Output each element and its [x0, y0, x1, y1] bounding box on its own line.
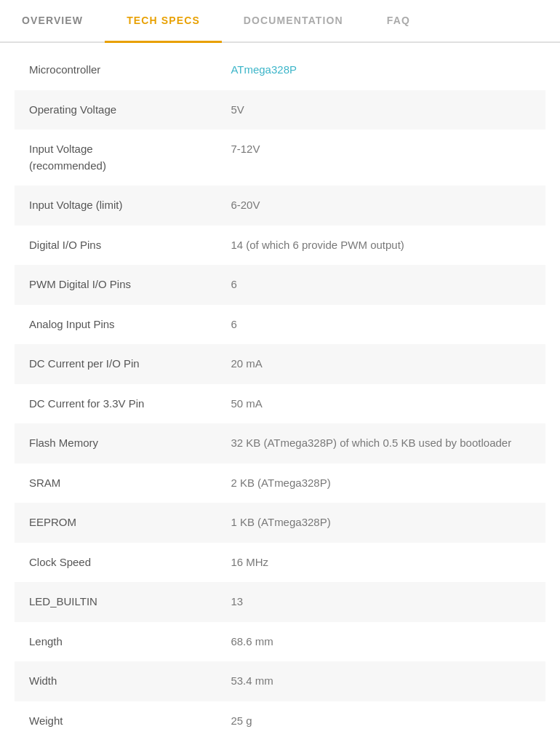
tab-navigation: OVERVIEWTECH SPECSDOCUMENTATIONFAQ — [0, 0, 560, 43]
spec-label: SRAM — [15, 463, 216, 503]
table-row: Flash Memory32 KB (ATmega328P) of which … — [15, 423, 545, 463]
tab-documentation[interactable]: DOCUMENTATION — [222, 0, 365, 43]
spec-label: DC Current per I/O Pin — [15, 344, 216, 384]
spec-value: 7-12V — [216, 130, 545, 186]
specs-container: MicrocontrollerATmega328POperating Volta… — [0, 43, 560, 745]
spec-value: 6 — [216, 305, 545, 345]
spec-label: Flash Memory — [15, 423, 216, 463]
spec-value: 32 KB (ATmega328P) of which 0.5 KB used … — [216, 423, 545, 463]
spec-label: PWM Digital I/O Pins — [15, 265, 216, 305]
spec-value[interactable]: ATmega328P — [216, 50, 545, 90]
tab-faq[interactable]: FAQ — [365, 0, 432, 43]
spec-value: 25 g — [216, 701, 545, 741]
spec-value: 50 mA — [216, 384, 545, 424]
table-row: LED_BUILTIN13 — [15, 582, 545, 622]
spec-label: Length — [15, 622, 216, 662]
specs-table: MicrocontrollerATmega328POperating Volta… — [15, 50, 545, 741]
spec-value: 6-20V — [216, 186, 545, 226]
spec-label: Operating Voltage — [15, 90, 216, 130]
spec-label: Weight — [15, 701, 216, 741]
table-row: Analog Input Pins6 — [15, 305, 545, 345]
table-row: DC Current for 3.3V Pin50 mA — [15, 384, 545, 424]
spec-value: 6 — [216, 265, 545, 305]
spec-label: Microcontroller — [15, 50, 216, 90]
spec-value: 20 mA — [216, 344, 545, 384]
spec-value: 14 (of which 6 provide PWM output) — [216, 226, 545, 266]
spec-label: EEPROM — [15, 503, 216, 543]
spec-value: 53.4 mm — [216, 661, 545, 701]
spec-label: Input Voltage (recommended) — [15, 130, 216, 186]
table-row: Length68.6 mm — [15, 622, 545, 662]
spec-value: 68.6 mm — [216, 622, 545, 662]
spec-label: Analog Input Pins — [15, 305, 216, 345]
spec-label: Width — [15, 661, 216, 701]
table-row: PWM Digital I/O Pins6 — [15, 265, 545, 305]
table-row: Weight25 g — [15, 701, 545, 741]
spec-label: Clock Speed — [15, 543, 216, 583]
spec-value: 2 KB (ATmega328P) — [216, 463, 545, 503]
spec-label: LED_BUILTIN — [15, 582, 216, 622]
table-row: Input Voltage (recommended)7-12V — [15, 130, 545, 186]
spec-label: Digital I/O Pins — [15, 226, 216, 266]
tab-tech-specs[interactable]: TECH SPECS — [105, 0, 222, 43]
table-row: Operating Voltage5V — [15, 90, 545, 130]
spec-value: 16 MHz — [216, 543, 545, 583]
spec-value: 1 KB (ATmega328P) — [216, 503, 545, 543]
spec-link[interactable]: ATmega328P — [231, 63, 297, 76]
spec-value: 5V — [216, 90, 545, 130]
table-row: Digital I/O Pins14 (of which 6 provide P… — [15, 226, 545, 266]
table-row: Input Voltage (limit)6-20V — [15, 186, 545, 226]
table-row: Clock Speed16 MHz — [15, 543, 545, 583]
spec-label: DC Current for 3.3V Pin — [15, 384, 216, 424]
table-row: DC Current per I/O Pin20 mA — [15, 344, 545, 384]
table-row: MicrocontrollerATmega328P — [15, 50, 545, 90]
table-row: SRAM2 KB (ATmega328P) — [15, 463, 545, 503]
spec-label: Input Voltage (limit) — [15, 186, 216, 226]
table-row: Width53.4 mm — [15, 661, 545, 701]
spec-value: 13 — [216, 582, 545, 622]
tab-overview[interactable]: OVERVIEW — [0, 0, 105, 43]
table-row: EEPROM1 KB (ATmega328P) — [15, 503, 545, 543]
